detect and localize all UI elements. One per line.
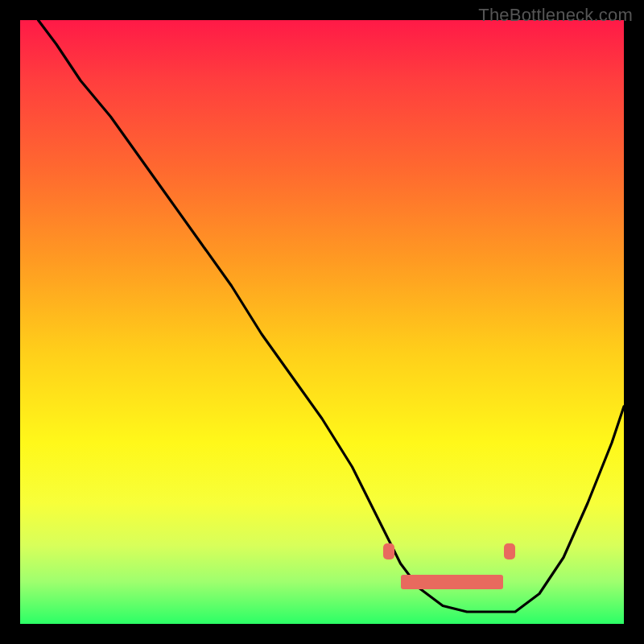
optimal-band	[401, 575, 504, 589]
chart-frame	[20, 20, 624, 624]
bottleneck-curve	[20, 20, 624, 624]
plot-area	[20, 20, 624, 624]
optimal-marker-left	[383, 543, 394, 559]
watermark-text: TheBottleneck.com	[478, 5, 633, 26]
optimal-marker-right	[504, 543, 515, 559]
